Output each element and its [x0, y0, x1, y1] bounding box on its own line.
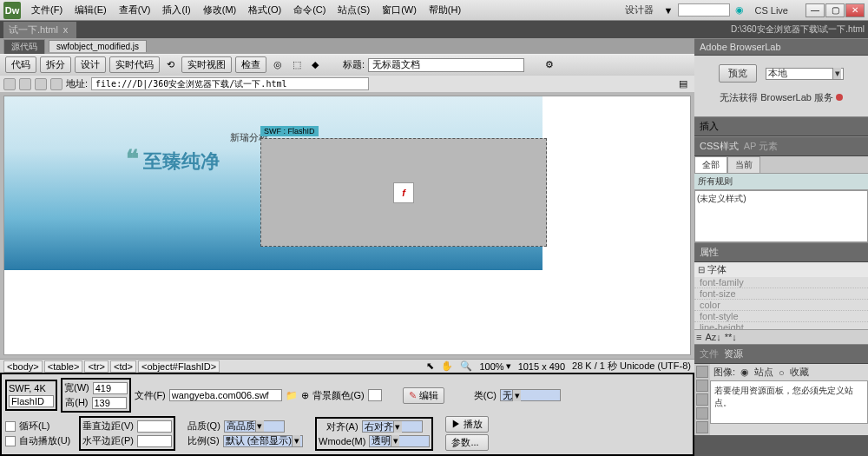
scale-select[interactable]: 默认 (全部显示)▾ — [223, 435, 303, 447]
rules-list[interactable]: (未定义样式) — [694, 190, 868, 242]
prop-class-select[interactable]: 无▾ — [500, 389, 561, 401]
live-code-button[interactable]: 实时代码 — [109, 56, 160, 73]
menu-format[interactable]: 格式(O) — [243, 2, 286, 18]
menu-modify[interactable]: 修改(M) — [198, 2, 242, 18]
menu-file[interactable]: 文件(F) — [26, 2, 68, 18]
design-view-button[interactable]: 设计 — [75, 56, 106, 73]
res-flash-icon[interactable] — [696, 407, 708, 420]
code-view-button[interactable]: 代码 — [5, 56, 36, 73]
ap-tab[interactable]: AP 元素 — [744, 140, 779, 153]
design-canvas[interactable]: ❝ 新瑞分析 至臻纯净 SWF : FlashID f — [3, 96, 691, 355]
quality-select[interactable]: 高品质▾ — [224, 420, 285, 433]
resources-tab[interactable]: 资源 — [724, 347, 743, 360]
tab-close-icon[interactable]: x — [63, 24, 69, 35]
img-label: 图像: — [713, 366, 735, 379]
loop-checkbox[interactable] — [5, 421, 16, 432]
res-color-icon[interactable] — [696, 380, 708, 392]
close-button[interactable]: ✕ — [845, 3, 865, 17]
quality-label: 品质(Q) — [187, 420, 220, 433]
css-all-tab[interactable]: 全部 — [694, 156, 727, 173]
css-tab[interactable]: CSS样式 — [700, 140, 739, 153]
forward-icon[interactable] — [19, 78, 31, 90]
inspect-button[interactable]: 检查 — [235, 56, 266, 73]
addr-go-icon[interactable]: ▤ — [679, 78, 687, 89]
designer-dropdown[interactable]: 设计器 — [620, 2, 659, 18]
insert-panel-header[interactable]: 插入 — [694, 116, 868, 136]
bg-color-swatch[interactable] — [368, 389, 382, 401]
attr-icon-2[interactable]: Az↓ — [705, 332, 720, 342]
vmargin-input[interactable] — [137, 420, 172, 433]
title-input[interactable] — [368, 58, 524, 72]
split-view-button[interactable]: 拆分 — [40, 56, 71, 73]
menu-commands[interactable]: 命令(C) — [288, 2, 331, 18]
play-button[interactable]: ▶ 播放 — [445, 416, 489, 433]
swf-placeholder[interactable]: f — [260, 138, 547, 247]
attr-list[interactable]: font-familyfont-sizecolorfont-styleline-… — [694, 277, 868, 329]
prop-w-input[interactable] — [93, 382, 128, 394]
align-select[interactable]: 右对齐▾ — [362, 420, 423, 433]
res-img-icon[interactable] — [696, 366, 708, 378]
live-view-button[interactable]: 实时视图 — [181, 56, 232, 73]
attr-icon-3[interactable]: **↓ — [725, 332, 737, 342]
zoom-tool-icon[interactable]: 🔍 — [460, 360, 472, 372]
tool-icon-3[interactable]: ◆ — [308, 59, 322, 70]
align-label: 对齐(A) — [326, 420, 358, 433]
address-label: 地址: — [66, 77, 88, 90]
menu-window[interactable]: 窗口(W) — [377, 2, 422, 18]
home-icon[interactable] — [50, 78, 62, 90]
tag-td[interactable]: <td> — [110, 360, 136, 373]
hmargin-input[interactable] — [137, 435, 172, 447]
attr-icon-1[interactable]: ≡ — [696, 332, 701, 342]
tag-body[interactable]: <body> — [3, 360, 43, 373]
menu-insert[interactable]: 插入(I) — [157, 2, 195, 18]
params-button[interactable]: 参数... — [445, 434, 489, 451]
edit-button[interactable]: ✎ 编辑 — [403, 387, 444, 404]
source-code-tab[interactable]: 源代码 — [3, 39, 45, 54]
refresh-icon[interactable] — [35, 78, 47, 90]
point-icon[interactable]: ⊕ — [301, 390, 309, 401]
res-mov-icon[interactable] — [696, 421, 708, 433]
local-select[interactable]: 本地▾ — [766, 68, 844, 80]
document-tab[interactable]: 试一下.htmlx — [3, 22, 76, 38]
zoom-value[interactable]: 100% — [479, 361, 503, 372]
hand-tool-icon[interactable]: ✋ — [441, 360, 453, 372]
search-input[interactable] — [678, 3, 730, 17]
wmode-select[interactable]: 透明▾ — [369, 435, 430, 447]
folder-icon[interactable]: 📁 — [286, 390, 298, 401]
address-input[interactable] — [91, 77, 369, 90]
prop-id-input[interactable] — [9, 395, 54, 407]
preview-button[interactable]: 预览 — [719, 64, 757, 83]
css-current-tab[interactable]: 当前 — [727, 156, 760, 173]
radio-icon-2[interactable]: ○ — [779, 367, 785, 378]
attr-header[interactable]: 属性 — [694, 242, 868, 262]
menu-edit[interactable]: 编辑(E) — [69, 2, 112, 18]
ref-icon[interactable]: ⟲ — [163, 59, 178, 70]
banner-title: 至臻纯净 — [143, 149, 220, 175]
minimize-button[interactable]: — — [806, 3, 825, 17]
tool-icon-1[interactable]: ◎ — [270, 59, 286, 70]
maximize-button[interactable]: ▢ — [825, 3, 845, 17]
window-size[interactable]: 1015 x 490 — [518, 361, 565, 372]
related-file-tab[interactable]: swfobject_modified.js — [49, 40, 147, 52]
resource-list: 若要使用资源面板，您必须先定义站点。 — [710, 380, 868, 424]
main-menubar: Dw 文件(F) 编辑(E) 查看(V) 插入(I) 修改(M) 格式(O) 命… — [0, 0, 868, 21]
select-tool-icon[interactable]: ⬉ — [426, 360, 434, 372]
cslive-link[interactable]: CS Live — [749, 3, 793, 17]
tool-icon-2[interactable]: ⬚ — [289, 59, 305, 70]
tool-icon-4[interactable]: ⚙ — [545, 59, 554, 70]
radio-icon[interactable]: ◉ — [740, 367, 749, 378]
tag-table[interactable]: <table> — [44, 360, 83, 373]
menu-help[interactable]: 帮助(H) — [424, 2, 466, 18]
tag-tr[interactable]: <tr> — [84, 360, 108, 373]
menu-site[interactable]: 站点(S) — [332, 2, 375, 18]
chevron-down-icon[interactable]: ▾ — [506, 360, 511, 372]
autoplay-checkbox[interactable] — [5, 436, 16, 446]
res-url-icon[interactable] — [696, 393, 708, 406]
tag-object[interactable]: <object#FlashID> — [138, 360, 220, 373]
files-tab[interactable]: 文件 — [700, 347, 719, 360]
prop-h-input[interactable] — [92, 397, 127, 409]
menu-view[interactable]: 查看(V) — [114, 2, 156, 18]
prop-file-input[interactable] — [169, 389, 282, 401]
browserlab-header[interactable]: Adobe BrowserLab — [694, 38, 868, 56]
back-icon[interactable] — [3, 78, 16, 90]
